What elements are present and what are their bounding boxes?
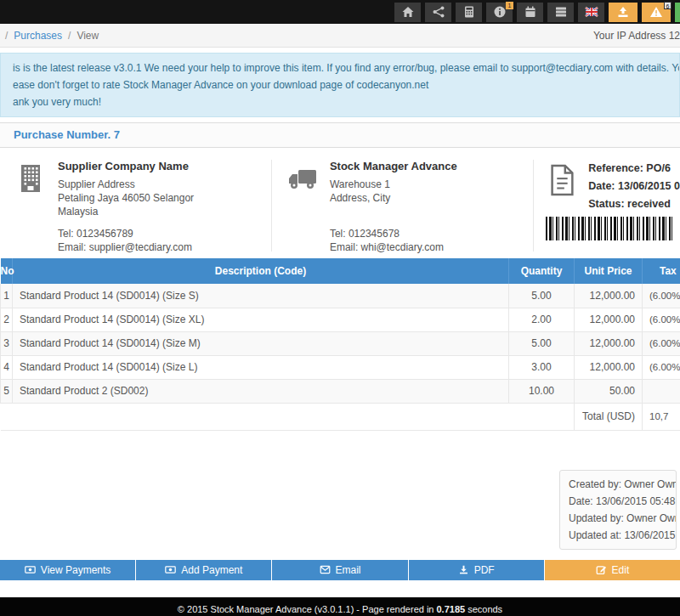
supplier-address-2: Petaling Jaya 46050 Selangor — [58, 191, 194, 205]
info-badge: 1 — [506, 2, 513, 9]
top-navbar: 1 6 — [0, 0, 680, 24]
barcode — [546, 217, 673, 240]
created-by: Created by: Owner Owner — [569, 476, 676, 493]
supplier-name: Supplier Company Name — [58, 160, 194, 172]
col-header-tax: Tax — [643, 258, 680, 284]
audit-info-box: Created by: Owner Owner Date: 13/06/2015… — [559, 470, 677, 550]
cell-no: 4 — [1, 355, 13, 379]
table-row: 1 Standard Product 14 (SD0014) (Size S) … — [1, 284, 680, 308]
breadcrumb-bar: / Purchases / View Your IP Address 12 — [0, 24, 680, 48]
cell-unit-price: 12,000.00 — [575, 355, 643, 379]
view-payments-label: View Payments — [41, 564, 110, 576]
footer-text-suffix: seconds — [468, 604, 502, 614]
calculator-icon — [462, 5, 476, 19]
items-table: No Description (Code) Quantity Unit Pric… — [0, 258, 680, 431]
document-icon — [546, 163, 578, 213]
order-date: Date: 13/06/2015 0 — [588, 178, 680, 195]
cell-unit-price: 12,000.00 — [575, 284, 643, 308]
ip-address-note: Your IP Address 12 — [593, 30, 680, 42]
table-row: 5 Standard Product 2 (SD002) 10.00 50.00 — [1, 379, 680, 403]
pdf-button[interactable]: PDF — [408, 560, 544, 580]
cell-unit-price: 12,000.00 — [575, 308, 643, 331]
alert-line-3: ank you very much! — [13, 93, 679, 110]
email-label: Email — [336, 564, 361, 576]
company-email: Email: whi@tecdiary.com — [330, 240, 457, 254]
language-button[interactable] — [578, 3, 604, 22]
cell-tax: (6.00%) 3,6 — [643, 284, 680, 308]
edit-button[interactable]: Edit — [544, 560, 680, 580]
edit-icon — [596, 564, 607, 575]
col-header-unit-price: Unit Price — [575, 258, 643, 284]
add-payment-label: Add Payment — [181, 564, 242, 576]
company-block: Stock Manager Advance Warehouse 1 Addres… — [272, 160, 534, 251]
updated-by: Updated by: Owner Owner — [569, 510, 676, 527]
purchase-header-info: Supplier Company Name Supplier Address P… — [0, 148, 680, 251]
cell-tax — [643, 379, 680, 403]
truck-icon — [287, 163, 320, 251]
order-status: Status: received — [588, 195, 680, 213]
supplier-block: Supplier Company Name Supplier Address P… — [0, 160, 272, 251]
order-reference-block: Reference: PO/6 Date: 13/06/2015 0 Statu… — [534, 160, 680, 251]
cell-unit-price: 50.00 — [575, 379, 643, 403]
upload-icon — [616, 5, 630, 19]
company-address-1: Warehouse 1 — [330, 178, 457, 191]
money-icon — [165, 564, 176, 575]
download-icon — [458, 564, 469, 575]
footer-text: © 2015 Stock Manager Advance (v3.0.1.1) … — [178, 604, 434, 614]
partial-green-button[interactable] — [675, 3, 680, 22]
share-icon — [432, 5, 445, 19]
email-button[interactable]: Email — [271, 560, 407, 580]
cell-quantity: 3.00 — [509, 355, 575, 379]
add-payment-button[interactable]: Add Payment — [135, 560, 271, 580]
stack-button[interactable] — [547, 3, 574, 22]
breadcrumb-separator: / — [5, 30, 8, 42]
cell-no: 3 — [1, 331, 13, 355]
calendar-button[interactable] — [517, 3, 543, 22]
calendar-icon — [524, 5, 537, 19]
supplier-email: Email: supplier@tecdiary.com — [58, 240, 194, 254]
alerts-badge: 6 — [664, 2, 672, 9]
cell-description: Standard Product 14 (SD0014) (Size S) — [13, 284, 509, 308]
envelope-icon — [320, 564, 331, 575]
total-tax-value: 10,7 — [643, 403, 680, 430]
company-tel: Tel: 012345678 — [330, 227, 457, 240]
table-row: 3 Standard Product 14 (SD0014) (Size M) … — [1, 331, 680, 355]
cell-tax: (6.00%) 1,4 — [643, 308, 680, 331]
calculator-button[interactable] — [456, 3, 482, 22]
release-info-alert: is is the latest release v3.0.1 We need … — [0, 53, 680, 117]
action-buttons: View Payments Add Payment Email PDF Edit — [0, 560, 680, 580]
cell-description: Standard Product 2 (SD002) — [13, 379, 509, 403]
table-header-row: No Description (Code) Quantity Unit Pric… — [1, 258, 680, 284]
order-reference: Reference: PO/6 — [588, 160, 680, 178]
share-button[interactable] — [425, 3, 451, 22]
company-address-2: Address, City — [330, 191, 457, 205]
cell-description: Standard Product 14 (SD0014) (Size XL) — [13, 308, 509, 331]
render-time: 0.7185 — [436, 604, 465, 614]
supplier-address-1: Supplier Address — [58, 178, 194, 191]
company-name: Stock Manager Advance — [330, 160, 457, 172]
info-icon — [493, 5, 507, 19]
home-button[interactable] — [394, 3, 421, 22]
warning-icon — [649, 5, 663, 19]
info-button[interactable]: 1 — [486, 3, 513, 22]
cell-description: Standard Product 14 (SD0014) (Size L) — [13, 355, 509, 379]
upload-button[interactable] — [609, 3, 638, 22]
pdf-label: PDF — [474, 564, 495, 576]
cell-quantity: 10.00 — [509, 379, 575, 403]
col-header-no: No — [1, 258, 13, 284]
breadcrumb-current: View — [76, 30, 99, 42]
breadcrumb-purchases-link[interactable]: Purchases — [14, 30, 62, 42]
view-payments-button[interactable]: View Payments — [0, 560, 135, 580]
table-row: 4 Standard Product 14 (SD0014) (Size L) … — [1, 355, 680, 379]
page-title: Purchase Number. 7 — [0, 122, 680, 148]
col-header-description: Description (Code) — [13, 258, 509, 284]
flag-uk-icon — [585, 5, 598, 19]
money-icon — [25, 564, 36, 575]
cell-quantity: 5.00 — [509, 331, 575, 355]
alerts-button[interactable]: 6 — [642, 3, 671, 22]
cell-no: 5 — [1, 379, 13, 403]
edit-label: Edit — [612, 564, 630, 576]
page-footer: © 2015 Stock Manager Advance (v3.0.1.1) … — [0, 597, 680, 616]
cell-tax: (6.00%) 3,5 — [643, 331, 680, 355]
cell-quantity: 2.00 — [509, 308, 575, 331]
